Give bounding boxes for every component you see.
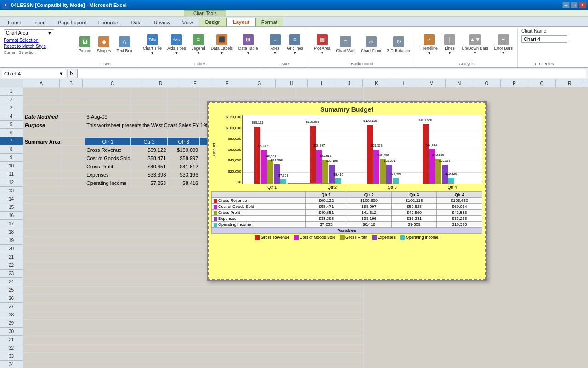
cell-B3[interactable] bbox=[62, 104, 85, 113]
cell-B10[interactable] bbox=[62, 162, 85, 171]
axes-btn[interactable]: ⟂ Axes ▼ bbox=[267, 33, 283, 56]
cell-C2[interactable] bbox=[85, 96, 131, 104]
reset-to-match-btn[interactable]: Reset to Match Style bbox=[4, 43, 71, 49]
formula-input[interactable] bbox=[77, 69, 586, 78]
cell-C10[interactable]: Gross Profit bbox=[85, 162, 131, 171]
cell-E8[interactable]: $100,609 bbox=[168, 146, 200, 154]
cell-B4[interactable] bbox=[62, 113, 85, 121]
cell-G1[interactable] bbox=[232, 88, 264, 96]
cell-D3[interactable] bbox=[131, 104, 168, 113]
cell-H1[interactable] bbox=[264, 88, 296, 96]
cell-A1[interactable] bbox=[23, 88, 62, 96]
plot-area-btn[interactable]: ▦ Plot Area ▼ bbox=[312, 33, 333, 56]
cell-D4[interactable] bbox=[131, 113, 168, 121]
trendline-btn[interactable]: ↗ Trendline ▼ bbox=[419, 33, 440, 56]
cell-A7[interactable]: Summary Area bbox=[23, 138, 62, 146]
cell-D10[interactable]: $40,651 bbox=[131, 162, 168, 171]
shapes-btn[interactable]: ◆ Shapes bbox=[95, 35, 113, 54]
cell-A2[interactable] bbox=[23, 96, 62, 104]
chart-title-btn[interactable]: Title Chart Title ▼ bbox=[141, 33, 164, 56]
cell-E7[interactable]: Qtr 3 bbox=[168, 138, 200, 146]
tab-formulas[interactable]: Formulas bbox=[92, 18, 125, 26]
cell-A6[interactable] bbox=[23, 129, 62, 138]
cell-C1[interactable] bbox=[85, 88, 131, 96]
cell-A8[interactable] bbox=[23, 146, 62, 154]
cell-B6[interactable] bbox=[62, 129, 85, 138]
row-7: 7 bbox=[0, 137, 23, 145]
tab-view[interactable]: View bbox=[176, 18, 199, 26]
cell-A3[interactable] bbox=[23, 104, 62, 113]
cell-D6[interactable] bbox=[131, 129, 168, 138]
legend-btn[interactable]: ≡ Legend ▼ bbox=[190, 33, 207, 56]
cell-C4[interactable]: 6-Aug-09 bbox=[85, 113, 131, 121]
cell-D11[interactable]: $33,398 bbox=[131, 171, 168, 179]
picture-btn[interactable]: 🖼 Picture bbox=[77, 35, 93, 54]
gridlines-btn[interactable]: ⊟ Gridlines ▼ bbox=[285, 33, 305, 56]
cell-C11[interactable]: Expenses bbox=[85, 171, 131, 179]
cell-E11[interactable]: $33,196 bbox=[168, 171, 200, 179]
cell-E10[interactable]: $41,612 bbox=[168, 162, 200, 171]
chart-area-dropdown[interactable]: Chart Area ▼ bbox=[4, 29, 54, 36]
cell-A9[interactable] bbox=[23, 154, 62, 162]
data-table-btn[interactable]: ⊞ Data Table ▼ bbox=[237, 33, 260, 56]
cell-E4[interactable] bbox=[168, 113, 200, 121]
minimize-btn[interactable]: ─ bbox=[562, 2, 570, 8]
cell-D7[interactable]: Qtr 2 bbox=[131, 138, 168, 146]
cell-B11[interactable] bbox=[62, 171, 85, 179]
cell-B9[interactable] bbox=[62, 154, 85, 162]
chart-floor-btn[interactable]: ▱ Chart Floor bbox=[359, 35, 383, 54]
tab-home[interactable]: Home bbox=[2, 18, 27, 26]
cell-D9[interactable]: $58,471 bbox=[131, 154, 168, 162]
cell-C7[interactable]: Qtr 1 bbox=[85, 138, 131, 146]
cell-A12[interactable] bbox=[23, 179, 62, 187]
3d-rotation-btn[interactable]: ↻ 3-D Rotation bbox=[385, 35, 412, 54]
cell-E9[interactable]: $58,997 bbox=[168, 154, 200, 162]
format-selection-btn[interactable]: Format Selection bbox=[4, 37, 71, 43]
cell-D12[interactable]: $7,253 bbox=[131, 179, 168, 187]
fx-btn[interactable]: fx bbox=[67, 69, 76, 78]
data-labels-btn[interactable]: ⬛ Data Labels ▼ bbox=[209, 33, 235, 56]
cell-D8[interactable]: $99,122 bbox=[131, 146, 168, 154]
cell-E3[interactable] bbox=[168, 104, 200, 113]
text-box-btn[interactable]: A Text Box bbox=[115, 35, 135, 54]
tab-layout[interactable]: Layout bbox=[227, 18, 255, 26]
axis-titles-btn[interactable]: Axis Axis Titles ▼ bbox=[165, 33, 188, 56]
tab-design[interactable]: Design bbox=[199, 18, 226, 26]
cell-B7[interactable] bbox=[62, 138, 85, 146]
cell-C12[interactable]: Operating Income bbox=[85, 179, 131, 187]
cell-D2[interactable] bbox=[131, 96, 168, 104]
cell-C8[interactable]: Gross Revenue bbox=[85, 146, 131, 154]
cell-E1[interactable] bbox=[168, 88, 200, 96]
cell-B8[interactable] bbox=[62, 146, 85, 154]
tab-format[interactable]: Format bbox=[255, 18, 283, 26]
cell-A11[interactable] bbox=[23, 171, 62, 179]
tab-data[interactable]: Data bbox=[125, 18, 147, 26]
cell-A5[interactable]: Purpose bbox=[23, 121, 62, 129]
name-box[interactable]: Chart 4 ▼ bbox=[2, 69, 66, 78]
cell-E2[interactable] bbox=[168, 96, 200, 104]
cell-F1[interactable] bbox=[200, 88, 232, 96]
lines-btn[interactable]: | Lines ▼ bbox=[441, 33, 458, 56]
cell-B2[interactable] bbox=[62, 96, 85, 104]
updown-bars-btn[interactable]: ▲▼ Up/Down Bars ▼ bbox=[460, 33, 490, 56]
cell-A4[interactable]: Date Modified bbox=[23, 113, 62, 121]
tab-insert[interactable]: Insert bbox=[27, 18, 52, 26]
cell-B12[interactable] bbox=[62, 179, 85, 187]
cell-E6[interactable] bbox=[168, 129, 200, 138]
cell-B5[interactable] bbox=[62, 121, 85, 129]
cell-C9[interactable]: Cost of Goods Sold bbox=[85, 154, 131, 162]
cell-B1[interactable] bbox=[62, 88, 85, 96]
cell-C6[interactable] bbox=[85, 129, 131, 138]
cell-E12[interactable]: $8,416 bbox=[168, 179, 200, 187]
tab-review[interactable]: Review bbox=[148, 18, 176, 26]
cell-C3[interactable] bbox=[85, 104, 131, 113]
restore-btn[interactable]: □ bbox=[571, 2, 578, 8]
chart-name-input[interactable] bbox=[521, 35, 567, 43]
cell-D1[interactable] bbox=[131, 88, 168, 96]
chart-overlay[interactable]: Sumamry Budget Amount $120,000 $100,000 … bbox=[207, 101, 487, 281]
chart-wall-btn[interactable]: ◻ Chart Wall bbox=[334, 35, 357, 54]
close-btn[interactable]: ✕ bbox=[579, 2, 586, 8]
cell-A10[interactable] bbox=[23, 162, 62, 171]
error-bars-btn[interactable]: ± Error Bars ▼ bbox=[492, 33, 514, 56]
tab-page-layout[interactable]: Page Layout bbox=[52, 18, 92, 26]
